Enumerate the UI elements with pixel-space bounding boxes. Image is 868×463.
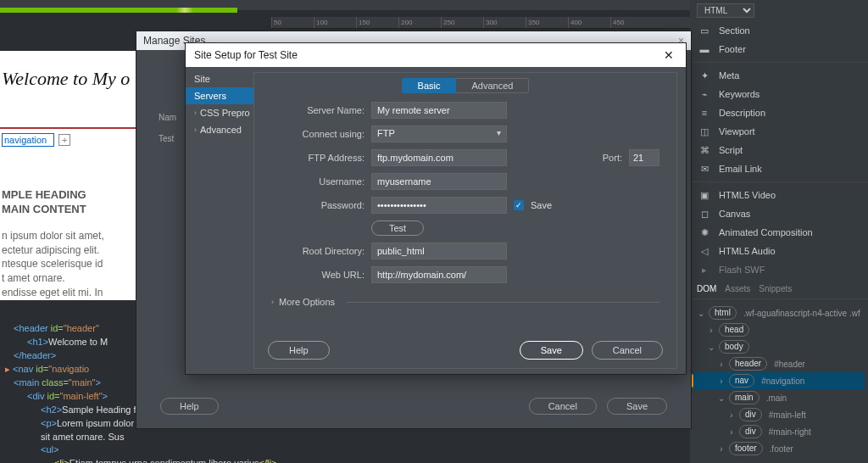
password-input[interactable] [371,197,507,214]
caret-icon: › [727,427,736,437]
insert-keywords[interactable]: ⌁Keywords [690,85,868,103]
test-button[interactable]: Test [371,220,424,236]
insert-animated[interactable]: ✺Animated Composition [690,223,868,242]
insert-category-select[interactable]: HTML [697,3,754,18]
chevron-right-icon: › [271,298,274,306]
more-options-toggle[interactable]: › More Options [254,290,676,307]
caret-icon: ⌄ [707,343,715,352]
dom-selector: #navigation [761,377,804,386]
dom-selector: #main-left [769,410,806,420]
sidebar-item-site[interactable]: Site [186,70,253,87]
dom-tag: body [719,340,749,354]
server-form: Server Name: Connect using: FTP FTP Addr… [254,102,676,283]
add-icon[interactable]: + [58,134,70,146]
ftp-address-input[interactable] [371,149,507,166]
insert-canvas[interactable]: ◻Canvas [690,204,868,223]
ruler: 50100150200250300350400450 [271,17,690,29]
dom-tag: html [709,306,737,320]
sidebar-item-advanced[interactable]: ›Advanced [186,121,253,138]
dom-selector: .main [766,393,787,403]
caret-icon: › [717,377,726,386]
insert-panel-header: HTML [690,0,868,21]
dialog-title: Site Setup for Test Site [194,49,298,61]
tab-advanced[interactable]: Advanced [456,78,529,93]
save-button[interactable]: Save [607,398,667,415]
tab-dom[interactable]: DOM [697,284,716,293]
help-button[interactable]: Help [160,398,219,415]
caret-icon: › [707,326,715,335]
dom-tag: head [719,323,749,337]
audio-icon: ◁ [698,246,710,256]
label-server-name: Server Name: [271,105,364,115]
dom-row-div[interactable]: ›div#main-right [693,423,865,440]
web-url-input[interactable] [371,266,507,283]
save-password-checkbox[interactable]: ✓ [514,200,524,210]
dom-tag: div [739,408,762,421]
cancel-button[interactable]: Cancel [529,398,597,415]
nav-toolbar: navigation + [0,127,136,151]
dom-row-body[interactable]: ⌄body [693,338,865,355]
script-icon: ⌘ [698,145,710,155]
dom-row-nav[interactable]: +›nav#navigation [693,372,865,389]
site-setup-sidebar: Site Servers ›CSS Prepro ›Advanced [186,67,253,374]
insert-emaillink[interactable]: ✉Email Link [690,159,868,178]
save-button[interactable]: Save [520,341,583,360]
dom-row-head[interactable]: ›head [693,321,865,338]
caret-icon: › [717,360,726,369]
caret-icon: ⌄ [717,393,726,403]
label-username: Username: [271,176,364,187]
server-tabs: Basic Advanced [254,73,676,102]
dom-row-div[interactable]: ›div#main-left [693,406,865,423]
cancel-button[interactable]: Cancel [592,341,663,360]
manage-sites-footer: Help Cancel Save [136,398,691,415]
root-directory-input[interactable] [371,243,507,259]
insert-viewport[interactable]: ◫Viewport [690,122,868,141]
flash-icon: ▸ [698,265,710,275]
dom-tag: main [729,391,760,404]
dom-tag: footer [729,442,763,455]
video-icon: ▣ [698,190,710,200]
help-button[interactable]: Help [268,341,330,360]
viewport-icon: ◫ [698,126,710,137]
insert-html5audio[interactable]: ◁HTML5 Audio [690,242,868,260]
tab-basic[interactable]: Basic [402,78,457,93]
close-icon[interactable]: ✕ [660,48,677,62]
dom-tag: nav [729,374,754,388]
label-password: Password: [271,200,364,210]
site-setup-titlebar: Site Setup for Test Site ✕ [186,43,686,67]
dom-selector: .footer [770,444,793,454]
insert-section[interactable]: ▭Section [690,21,868,40]
dom-row-html[interactable]: ⌄html.wf-aguafinascript-n4-active .wf [693,304,865,321]
site-setup-main: Basic Advanced Server Name: Connect usin… [253,72,677,369]
insert-html5video[interactable]: ▣HTML5 Video [690,186,868,204]
canvas-icon: ◻ [698,209,710,219]
progress-bar [0,8,237,13]
caret-icon: › [727,410,736,420]
sample-heading-2: MAIN CONTENT [2,203,134,217]
insert-script[interactable]: ⌘Script [690,141,868,159]
doc-body: MPLE HEADING MAIN CONTENT n ipsum dolor … [0,176,136,300]
sidebar-item-servers[interactable]: Servers [186,87,253,104]
insert-flash[interactable]: ▸Flash SWF [690,260,868,279]
insert-meta[interactable]: ✦Meta [690,66,868,85]
tab-assets[interactable]: Assets [725,284,750,293]
insert-footer[interactable]: ▬Footer [690,40,868,59]
username-input[interactable] [371,173,507,190]
sites-column: Nam Test [159,113,176,143]
sidebar-item-css[interactable]: ›CSS Prepro [186,104,253,121]
dom-row-main[interactable]: ⌄main.main [693,389,865,406]
label-weburl: Web URL: [271,270,364,280]
label-ftp-address: FTP Address: [271,153,364,163]
port-input[interactable] [629,149,659,166]
footer-icon: ▬ [698,44,710,54]
label-port: Port: [603,153,622,163]
server-name-input[interactable] [371,102,507,119]
sample-para: n ipsum dolor sit amet, ectetur adipisci… [2,229,134,300]
dom-tag: header [729,357,767,371]
dom-row-footer[interactable]: ›footer.footer [693,440,865,457]
insert-description[interactable]: ≡Description [690,103,868,122]
dom-row-header[interactable]: ›header#header [693,355,865,372]
nav-select[interactable]: navigation [2,133,54,147]
tab-snippets[interactable]: Snippets [759,284,792,293]
connect-using-select[interactable]: FTP [371,126,507,142]
